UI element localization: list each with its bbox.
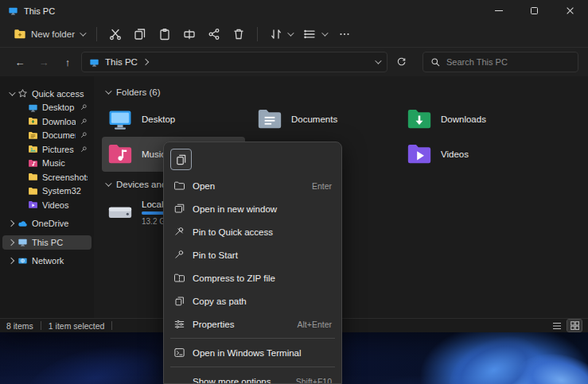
folder-name: Documents (291, 114, 337, 124)
close-button[interactable] (552, 0, 588, 21)
folder-name: Desktop (142, 114, 175, 124)
maximize-button[interactable] (516, 0, 552, 21)
menu-item-open[interactable]: Open Enter (167, 174, 338, 197)
forward-button[interactable]: → (33, 52, 54, 72)
menu-item-label: Open in new window (193, 204, 325, 214)
this-pc-icon (18, 237, 28, 247)
star-icon (18, 88, 28, 99)
sidebar-item-desktop[interactable]: Desktop (2, 101, 92, 115)
pin-icon (173, 249, 185, 261)
search-input[interactable] (446, 57, 570, 67)
terminal-icon (173, 347, 185, 359)
sidebar-item-onedrive[interactable]: OneDrive (2, 217, 92, 231)
documents-folder-icon (28, 130, 38, 141)
sidebar-item-screenshots[interactable]: Screenshots (2, 170, 92, 184)
sidebar-item-network[interactable]: Network (2, 254, 92, 269)
toolbar-divider (257, 27, 258, 41)
desktop-icon (107, 106, 134, 133)
music-folder-icon (28, 158, 38, 169)
cut-button[interactable] (103, 24, 127, 45)
pin-icon (80, 131, 88, 139)
up-button[interactable]: ↑ (57, 52, 78, 72)
sidebar-item-label: OneDrive (32, 219, 88, 228)
breadcrumb-location[interactable]: This PC (105, 57, 138, 67)
menu-divider (170, 338, 335, 339)
navigation-pane: Quick access Desktop Downloads (0, 76, 94, 318)
copy-button[interactable] (128, 24, 152, 45)
chevron-right-icon (7, 258, 14, 264)
sidebar-item-music[interactable]: Music (2, 157, 92, 171)
back-button[interactable]: ← (10, 52, 30, 72)
folder-tile-documents[interactable]: Documents (251, 102, 395, 137)
sidebar-item-documents[interactable]: Documents (2, 129, 92, 143)
paste-button[interactable] (153, 24, 177, 45)
folder-tile-desktop[interactable]: Desktop (102, 102, 245, 137)
chevron-down-icon (80, 29, 86, 36)
chevron-down-icon (105, 180, 111, 186)
rename-button[interactable] (177, 24, 201, 45)
menu-item-properties[interactable]: Properties Alt+Enter (167, 312, 338, 336)
details-view-button[interactable] (550, 320, 564, 332)
sidebar-item-label: Downloads (42, 117, 76, 126)
folder-tile-videos[interactable]: Videos (401, 137, 544, 172)
folder-tile-downloads[interactable]: Downloads (401, 102, 544, 137)
status-divider (41, 321, 41, 330)
sidebar-item-downloads[interactable]: Downloads (2, 114, 92, 129)
sidebar-item-label: Network (32, 256, 88, 266)
chevron-down-icon (105, 87, 111, 94)
pin-icon (80, 118, 88, 126)
folder-name: Downloads (441, 114, 486, 124)
videos-folder-icon (406, 141, 433, 168)
selection-count: 1 item selected (49, 321, 105, 331)
section-header-folders[interactable]: Folders (6) (102, 84, 588, 100)
desktop-icon (28, 103, 38, 113)
sort-button[interactable] (264, 24, 298, 45)
share-button[interactable] (202, 24, 226, 45)
menu-item-pin-to-quick-access[interactable]: Pin to Quick access (167, 220, 338, 243)
menu-item-open-in-new-window[interactable]: Open in new window (167, 197, 338, 220)
context-menu-quick-actions (167, 146, 338, 172)
menu-item-label: Properties (193, 320, 290, 329)
videos-folder-icon (28, 200, 38, 210)
toolbar-divider (96, 27, 97, 41)
more-options-button[interactable] (333, 24, 356, 45)
delete-button[interactable] (227, 24, 251, 45)
refresh-button[interactable] (391, 52, 411, 72)
menu-item-copy-as-path[interactable]: Copy as path (167, 289, 338, 312)
sidebar-item-system32[interactable]: System32 (2, 184, 92, 199)
hard-drive-icon (107, 199, 134, 226)
quick-copy-button[interactable] (170, 149, 192, 170)
expander (8, 221, 14, 226)
sidebar-item-label: Music (42, 158, 88, 168)
sidebar-item-videos[interactable]: Videos (2, 198, 92, 212)
paste-icon (158, 28, 171, 41)
new-folder-button[interactable]: New folder (8, 24, 90, 45)
address-dropdown-icon[interactable] (375, 57, 381, 64)
maximize-icon (531, 7, 538, 14)
menu-item-shortcut: Enter (312, 181, 332, 191)
zip-folder-icon (173, 272, 185, 284)
sidebar-gap (0, 250, 94, 254)
sidebar-item-this-pc[interactable]: This PC (2, 235, 92, 250)
menu-item-compress-to-zip[interactable]: Compress to ZIP file (167, 266, 338, 289)
copy-path-icon (173, 295, 185, 307)
title-bar[interactable]: This PC (0, 0, 588, 21)
sidebar-item-quick-access[interactable]: Quick access (2, 87, 92, 101)
search-box[interactable] (423, 52, 578, 72)
expander (8, 240, 14, 245)
menu-item-pin-to-start[interactable]: Pin to Start (167, 243, 338, 266)
window-title: This PC (24, 6, 55, 16)
copy-icon (134, 28, 146, 41)
menu-item-label: Copy as path (193, 297, 325, 306)
expander (8, 258, 14, 263)
view-button[interactable] (298, 24, 332, 45)
sort-icon (270, 28, 282, 41)
large-icons-view-button[interactable] (567, 320, 582, 332)
minimize-button[interactable] (481, 0, 516, 21)
sidebar-item-pictures[interactable]: Pictures (2, 142, 92, 157)
breadcrumb[interactable]: This PC (81, 52, 387, 72)
address-bar: ← → ↑ This PC (0, 48, 588, 76)
menu-item-open-in-windows-terminal[interactable]: Open in Windows Terminal (167, 341, 338, 364)
menu-item-show-more-options[interactable]: Show more options Shift+F10 (167, 370, 338, 384)
minimize-icon (495, 10, 503, 11)
